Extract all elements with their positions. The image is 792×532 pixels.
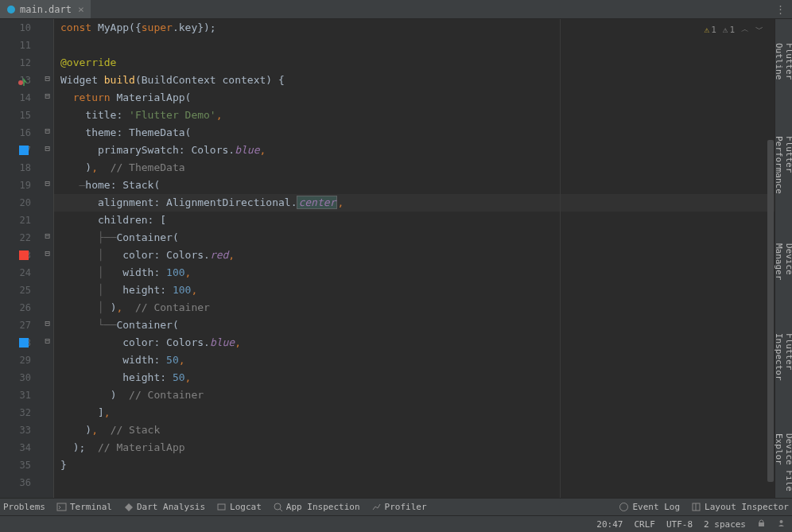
inspection-summary[interactable]: ⚠1 ⚠1 ︿ ﹀ (705, 24, 764, 35)
panel-label: Device Manager (774, 243, 793, 293)
user-icon[interactable] (777, 518, 786, 530)
dart-analysis-tab[interactable]: Dart Analysis (123, 502, 205, 512)
scrollbar-thumb[interactable] (767, 140, 774, 482)
problems-tab[interactable]: Problems (3, 502, 45, 512)
svg-rect-4 (218, 504, 225, 510)
svg-rect-2 (57, 503, 66, 511)
fold-icon[interactable]: ⊟ (42, 180, 50, 188)
panel-label: Device File Explor (774, 433, 793, 498)
panel-label: Flutter Outline (774, 43, 793, 96)
gutter: 10 11 12 ⊟13 ⊟14 15 ⊟16 ⊟17 18 ⊟19 20 21… (0, 19, 54, 498)
tab-label: Dart Analysis (137, 502, 205, 512)
device-manager-panel[interactable]: Device Manager (774, 243, 793, 293)
flutter-inspector-panel[interactable]: Flutter Inspector (774, 333, 793, 394)
weak-warning-icon: ⚠ (723, 25, 728, 35)
fold-icon[interactable]: ⊟ (42, 232, 50, 240)
inspect-icon (273, 502, 283, 512)
override-gutter-icon[interactable] (17, 76, 27, 85)
event-log-tab[interactable]: Event Log (619, 502, 680, 512)
line-number: 15 (17, 107, 31, 124)
terminal-tab[interactable]: Terminal (56, 502, 112, 512)
line-number: 30 (17, 369, 31, 386)
line-number: 22 (17, 229, 31, 247)
line-number: 29 (17, 351, 31, 369)
svg-point-5 (274, 503, 281, 510)
line-number: 14 (17, 89, 31, 107)
fold-icon[interactable]: ⊟ (42, 320, 50, 328)
layout-icon (691, 502, 701, 512)
fold-icon[interactable]: ⊟ (42, 127, 50, 135)
status-bar: 20:47 CRLF UTF-8 2 spaces (0, 515, 792, 532)
profiler-icon (371, 502, 382, 512)
line-number: 10 (17, 19, 31, 37)
layout-inspector-tab[interactable]: Layout Inspector (691, 502, 789, 512)
tab-label: Terminal (70, 502, 112, 512)
weak-warning-count: 1 (729, 25, 735, 35)
editor-area: 10 11 12 ⊟13 ⊟14 15 ⊟16 ⊟17 18 ⊟19 20 21… (0, 19, 792, 498)
tab-label: App Inspection (286, 502, 360, 512)
line-number: 31 (17, 386, 31, 404)
line-number: 25 (17, 282, 31, 299)
flutter-performance-panel[interactable]: Flutter Performance (774, 136, 793, 204)
tab-label: Logcat (230, 502, 262, 512)
tab-menu-icon[interactable]: ⋮ (769, 3, 792, 15)
tab-label: Event Log (632, 502, 680, 512)
flutter-outline-panel[interactable]: Flutter Outline (774, 43, 793, 96)
right-tool-sidebar: Flutter Outline Flutter Performance Devi… (775, 19, 792, 498)
line-number: 11 (17, 37, 31, 54)
logcat-tab[interactable]: Logcat (216, 502, 262, 512)
svg-rect-10 (759, 522, 764, 526)
event-log-icon (619, 502, 629, 512)
device-file-explorer-panel[interactable]: Device File Explor (774, 433, 793, 498)
profiler-tab[interactable]: Profiler (371, 502, 427, 512)
fold-icon[interactable]: ⊟ (42, 337, 50, 345)
line-number: 21 (17, 212, 31, 229)
code-editor[interactable]: const MyApp({super.key}); @override Widg… (54, 19, 775, 498)
fold-icon[interactable]: ⊟ (42, 145, 50, 153)
svg-line-6 (280, 509, 282, 511)
prev-highlight-icon[interactable]: ︿ (741, 24, 749, 35)
line-separator[interactable]: CRLF (634, 519, 655, 530)
line-number: 26 (17, 299, 31, 316)
color-swatch-blue[interactable] (19, 146, 29, 155)
line-number: 35 (17, 456, 31, 474)
indent-setting[interactable]: 2 spaces (704, 519, 746, 530)
tab-label: Layout Inspector (705, 502, 789, 512)
color-swatch-red[interactable] (19, 250, 29, 260)
svg-point-1 (18, 80, 23, 85)
file-tab-main-dart[interactable]: main.dart × (0, 0, 91, 18)
color-swatch-blue[interactable] (19, 338, 29, 348)
svg-point-11 (780, 520, 783, 523)
next-highlight-icon[interactable]: ﹀ (755, 24, 763, 35)
line-number: 16 (17, 124, 31, 142)
svg-point-7 (620, 503, 628, 511)
line-number: 24 (17, 264, 31, 282)
file-encoding[interactable]: UTF-8 (666, 519, 693, 530)
line-number: 36 (17, 474, 31, 491)
line-number: 12 (17, 54, 31, 72)
readonly-lock-icon[interactable] (757, 518, 766, 530)
svg-point-0 (7, 6, 15, 14)
warning-icon: ⚠ (705, 25, 710, 35)
line-number: 32 (17, 404, 31, 421)
tab-label: Profiler (385, 502, 427, 512)
tab-label: Problems (3, 502, 45, 512)
logcat-icon (216, 502, 227, 512)
fold-icon[interactable]: ⊟ (42, 92, 50, 100)
close-icon[interactable]: × (78, 3, 84, 15)
dart-icon (123, 502, 134, 512)
line-number: 34 (17, 439, 31, 456)
line-number: 33 (17, 421, 31, 439)
panel-label: Flutter Performance (774, 136, 793, 204)
scrollbar[interactable] (767, 19, 775, 498)
svg-marker-3 (125, 503, 133, 511)
fold-icon[interactable]: ⊟ (42, 250, 50, 258)
bottom-tool-bar: Problems Terminal Dart Analysis Logcat A… (0, 498, 792, 515)
panel-label: Flutter Inspector (774, 333, 793, 394)
fold-icon[interactable]: ⊟ (42, 75, 50, 83)
app-inspection-tab[interactable]: App Inspection (273, 502, 360, 512)
warning-count: 1 (711, 25, 716, 35)
line-number: 27 (17, 316, 31, 334)
tab-label: main.dart (20, 4, 72, 15)
cursor-position[interactable]: 20:47 (596, 519, 623, 530)
